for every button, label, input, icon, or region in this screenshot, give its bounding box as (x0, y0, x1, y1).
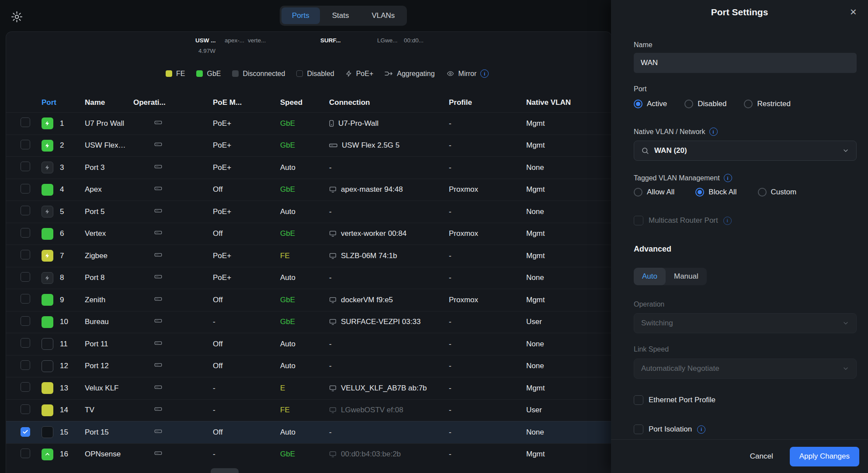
table-row[interactable]: 14TV-FELGwebOSTV ef:08-User (6, 399, 611, 421)
switching-operation-icon (154, 252, 162, 260)
column-header-poe-m[interactable]: PoE M... (213, 98, 280, 107)
info-icon[interactable] (724, 174, 732, 182)
row-checkbox[interactable] (21, 338, 30, 348)
row-checkbox[interactable] (21, 449, 30, 458)
row-checkbox[interactable] (21, 184, 30, 193)
column-header-connection[interactable]: Connection (329, 98, 449, 107)
mode-manual[interactable]: Manual (666, 268, 707, 285)
poe-mode: - (213, 450, 280, 459)
port-number: 3 (60, 163, 64, 172)
connection-name: - (329, 362, 332, 370)
radio-restricted[interactable]: Restricted (744, 100, 791, 108)
port-cell: 6 (42, 228, 85, 240)
legend-label: GbE (207, 70, 221, 78)
pagination-partial[interactable] (211, 468, 239, 473)
table-row[interactable]: 13Velux KLF-EVELUX_KLF_AB7B ab:7b-Mgmt (6, 377, 611, 399)
row-checkbox[interactable] (21, 228, 30, 238)
column-header-port[interactable]: Port (42, 98, 85, 107)
close-icon[interactable] (847, 3, 859, 20)
row-checkbox[interactable] (21, 162, 30, 171)
column-header-profile[interactable]: Profile (449, 98, 526, 107)
legend-label: Disabled (307, 70, 334, 78)
radio-disabled[interactable]: Disabled (684, 100, 726, 108)
table-row[interactable]: 5Port 5PoE+Auto--None (6, 200, 611, 223)
tab-ports[interactable]: Ports (281, 7, 320, 24)
row-checkbox[interactable] (21, 117, 30, 127)
table-row[interactable]: 15Port 15OffAuto--None (6, 421, 611, 443)
apply-changes-button[interactable]: Apply Changes (790, 447, 859, 466)
legend-item-fe: FE (166, 70, 185, 78)
row-checkbox[interactable] (21, 250, 30, 259)
row-checkbox[interactable] (21, 382, 30, 392)
port-status-icon-poe-off (42, 272, 53, 284)
table-row[interactable]: 9ZenithOffGbEdockerVM f9:e5ProxmoxMgmt (6, 289, 611, 311)
table-row[interactable]: 11Port 11OffAuto--None (6, 333, 611, 355)
row-checkbox[interactable] (21, 360, 30, 370)
column-header-operati[interactable]: Operati... (133, 98, 213, 107)
radio-allow-all[interactable]: Allow All (634, 188, 674, 197)
port-name: Port 15 (85, 428, 133, 437)
table-row[interactable]: 1U7 Pro WallPoE+GbEU7-Pro-Wall-Mgmt (6, 112, 611, 135)
table-row[interactable]: 8Port 8PoE+Auto--None (6, 267, 611, 289)
client-icon (329, 318, 337, 325)
radio-active[interactable]: Active (634, 100, 667, 108)
switching-operation-icon (154, 119, 162, 128)
row-checkbox-cell (21, 427, 42, 437)
row-checkbox[interactable] (21, 140, 30, 149)
native-vlan: Mgmt (526, 185, 611, 194)
port-cell: 13 (42, 382, 85, 394)
table-row[interactable]: 7ZigbeePoE+FESLZB-06M 74:1b-Mgmt (6, 245, 611, 267)
row-checkbox[interactable] (21, 272, 30, 282)
mode-auto[interactable]: Auto (634, 268, 666, 285)
port-number: 12 (60, 362, 68, 370)
port-number: 13 (60, 384, 68, 393)
column-header-speed[interactable]: Speed (280, 98, 329, 107)
table-row[interactable]: 6VertexOffGbEvertex-worker 00:84ProxmoxM… (6, 223, 611, 245)
tab-stats[interactable]: Stats (322, 7, 360, 24)
speed: GbE (280, 119, 329, 128)
radio-custom[interactable]: Custom (758, 188, 797, 197)
operation-cell (133, 296, 213, 304)
connection-cell: - (329, 340, 449, 349)
info-icon[interactable] (480, 69, 489, 78)
row-checkbox[interactable] (21, 294, 30, 304)
table-row[interactable]: 3Port 3PoE+Auto--None (6, 156, 611, 179)
table-row[interactable]: 10Bureau-GbESURFACE-VEZPI 03:33-User (6, 311, 611, 333)
native-vlan: None (526, 340, 611, 349)
table-row[interactable]: 12Port 12OffAuto--None (6, 355, 611, 377)
native-vlan-dropdown[interactable]: WAN (20) (634, 141, 857, 161)
bolt-icon (346, 70, 352, 77)
row-checkbox[interactable] (21, 316, 30, 326)
table-row[interactable]: 16OPNsense-GbE00:d0:b4:03:be:2b-Mgmt (6, 443, 611, 466)
operation-cell (133, 406, 213, 414)
poe-mode: PoE+ (213, 252, 280, 260)
column-header-name[interactable]: Name (85, 98, 133, 107)
port-name: Apex (85, 185, 133, 194)
legend-label: Mirror (458, 70, 477, 78)
port-number: 16 (60, 450, 68, 459)
info-icon[interactable] (723, 217, 732, 225)
radio-block-all[interactable]: Block All (695, 188, 736, 197)
settings-gear-button[interactable] (9, 9, 24, 24)
native-vlan: None (526, 273, 611, 282)
operation-cell (133, 119, 213, 128)
poe-mode: PoE+ (213, 141, 280, 150)
tab-vlans[interactable]: VLANs (361, 7, 405, 24)
ethernet-port-profile-checkbox[interactable] (634, 395, 643, 405)
operation-cell (133, 340, 213, 349)
row-checkbox[interactable] (21, 427, 30, 437)
port-name: Zigbee (85, 252, 133, 260)
port-name: Port 8 (85, 273, 133, 282)
row-checkbox[interactable] (21, 206, 30, 215)
table-row[interactable]: 2USW Flex 2.5GPoE+GbEUSW Flex 2.5G 5-Mgm… (6, 135, 611, 157)
info-icon[interactable] (697, 425, 705, 434)
row-checkbox-cell (21, 206, 42, 218)
column-header-native-vlan[interactable]: Native VLAN (526, 98, 611, 107)
table-row[interactable]: 4ApexOffGbEapex-master 94:48ProxmoxMgmt (6, 179, 611, 201)
cancel-button[interactable]: Cancel (747, 452, 776, 461)
row-checkbox[interactable] (21, 404, 30, 414)
name-input[interactable] (634, 53, 857, 73)
port-isolation-checkbox[interactable] (634, 425, 643, 434)
profile: - (449, 428, 526, 437)
info-icon[interactable] (709, 128, 718, 136)
